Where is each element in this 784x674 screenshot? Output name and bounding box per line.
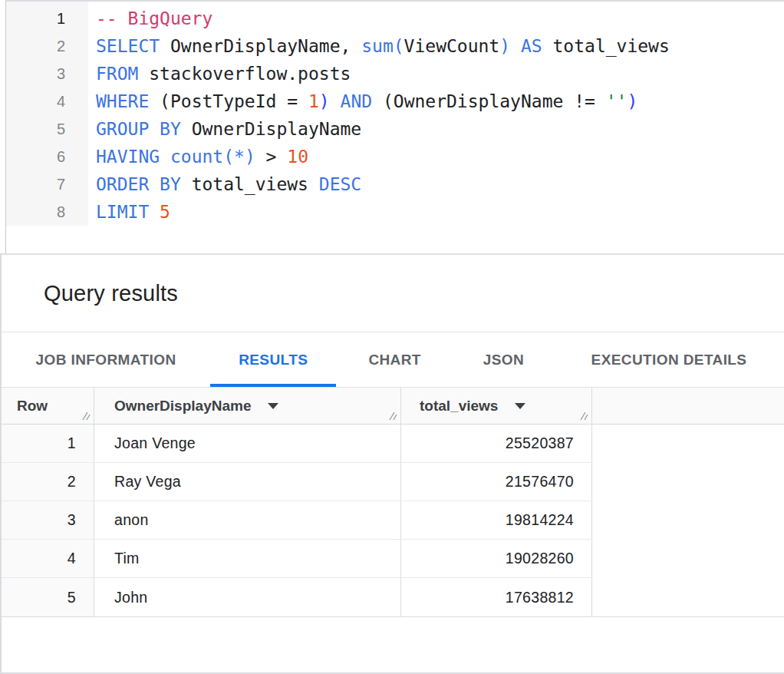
code-line[interactable]: ORDER BY total_views DESC (88, 174, 361, 194)
column-header-ownerdisplayname[interactable]: OwnerDisplayName (94, 388, 401, 424)
row-number-cell: 2 (2, 463, 94, 501)
code-row[interactable]: 4WHERE (PostTypeId = 1) AND (OwnerDispla… (6, 88, 784, 115)
bottom-whitespace (2, 617, 784, 672)
code-row[interactable]: 7ORDER BY total_views DESC (6, 170, 784, 198)
table-row: 4Tim19028260 (2, 540, 593, 578)
results-title-bar: Query results (2, 255, 784, 332)
tab-json[interactable]: JSON (453, 332, 554, 387)
owner-display-name-cell: Tim (94, 540, 401, 577)
table-row: 5John17638812 (2, 578, 593, 616)
table-row: 1Joan Venge25520387 (2, 425, 593, 463)
bigquery-results-page: 1-- BigQuery2SELECT OwnerDisplayName, su… (0, 0, 784, 674)
code-row[interactable]: 8LIMIT 5 (6, 198, 784, 226)
owner-display-name-cell: anon (94, 501, 401, 539)
code-row[interactable]: 1-- BigQuery (6, 5, 784, 32)
table-row: 2Ray Vega21576470 (2, 463, 593, 501)
code-line[interactable]: -- BigQuery (88, 8, 212, 28)
code-line[interactable]: WHERE (PostTypeId = 1) AND (OwnerDisplay… (88, 91, 637, 111)
column-header-row[interactable]: Row (2, 388, 94, 424)
results-title: Query results (44, 281, 178, 306)
line-number: 2 (6, 38, 88, 55)
owner-display-name-cell: Ray Vega (94, 463, 401, 501)
row-number-cell: 4 (2, 540, 94, 577)
results-tabs: JOB INFORMATIONRESULTSCHARTJSONEXECUTION… (2, 332, 784, 388)
tab-job-information[interactable]: JOB INFORMATION (2, 332, 210, 387)
total-views-cell: 25520387 (401, 425, 592, 462)
total-views-cell: 21576470 (401, 463, 592, 501)
code-row[interactable]: 2SELECT OwnerDisplayName, sum(ViewCount)… (6, 32, 784, 60)
line-number: 4 (6, 93, 88, 111)
column-resize-icon[interactable] (386, 409, 398, 421)
results-table-header: Row OwnerDisplayName (2, 388, 784, 425)
tab-chart[interactable]: CHART (336, 332, 453, 387)
code-lines: 1-- BigQuery2SELECT OwnerDisplayName, su… (6, 2, 784, 226)
column-resize-icon[interactable] (577, 409, 589, 421)
line-number: 8 (6, 203, 88, 221)
table-row: 3anon19814224 (2, 501, 593, 540)
line-number: 6 (6, 148, 88, 166)
query-results-panel: Query results JOB INFORMATIONRESULTSCHAR… (0, 253, 784, 674)
code-row[interactable]: 6HAVING count(*) > 10 (6, 143, 784, 170)
code-line[interactable]: FROM stackoverflow.posts (88, 64, 351, 84)
column-header-spacer (592, 388, 784, 424)
column-dropdown-icon[interactable] (515, 403, 525, 409)
row-number-cell: 3 (2, 501, 94, 539)
sql-editor[interactable]: 1-- BigQuery2SELECT OwnerDisplayName, su… (5, 0, 784, 253)
code-line[interactable]: GROUP BY OwnerDisplayName (88, 119, 361, 139)
owner-display-name-cell: John (94, 578, 401, 616)
line-number: 7 (6, 176, 88, 193)
code-row[interactable]: 3FROM stackoverflow.posts (6, 60, 784, 88)
code-row[interactable]: 5GROUP BY OwnerDisplayName (6, 115, 784, 143)
row-number-cell: 5 (2, 578, 94, 616)
code-line[interactable]: SELECT OwnerDisplayName, sum(ViewCount) … (88, 36, 670, 56)
results-table-body: 1Joan Venge255203872Ray Vega215764703ano… (2, 425, 593, 616)
line-number: 5 (6, 121, 88, 138)
code-line[interactable]: LIMIT 5 (88, 202, 170, 222)
total-views-cell: 17638812 (401, 578, 592, 616)
tab-results[interactable]: RESULTS (210, 332, 336, 387)
line-number: 1 (6, 10, 88, 28)
row-number-cell: 1 (2, 425, 94, 462)
tab-execution-details[interactable]: EXECUTION DETAILS (554, 332, 784, 387)
code-line[interactable]: HAVING count(*) > 10 (88, 147, 308, 167)
column-label: total_views (420, 398, 498, 415)
line-number: 3 (6, 65, 88, 83)
owner-display-name-cell: Joan Venge (94, 425, 401, 462)
column-dropdown-icon[interactable] (268, 403, 278, 409)
column-header-total-views[interactable]: total_views (401, 388, 592, 424)
total-views-cell: 19814224 (401, 501, 592, 539)
column-resize-icon[interactable] (79, 409, 91, 421)
total-views-cell: 19028260 (401, 540, 592, 577)
column-label: OwnerDisplayName (114, 398, 251, 415)
column-label: Row (17, 398, 48, 415)
